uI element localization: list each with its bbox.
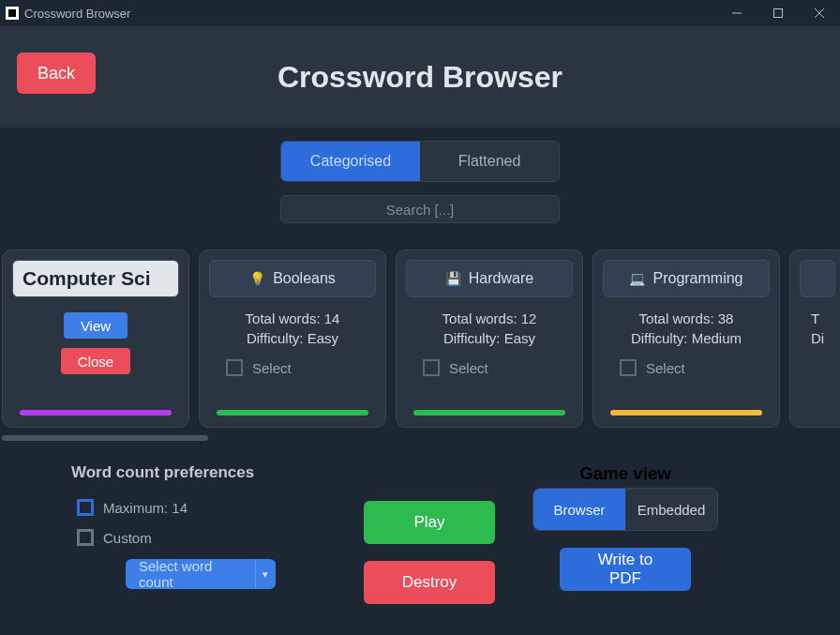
radio-maximum-label: Maximum: 14 [103,500,188,516]
window-minimize-button[interactable] [716,0,758,26]
card-difficulty: Difficulty: Easy [443,330,535,346]
category-title: Computer Sci [12,260,179,297]
crossword-card: T Di [789,249,840,428]
view-mode-tabs: Categorised Flattened [280,141,560,182]
card-title: Booleans [273,270,336,287]
category-bar [20,410,172,416]
tab-embedded[interactable]: Embedded [625,489,717,530]
prefs-heading: Word count preferences [71,463,326,482]
category-close-button[interactable]: Close [61,348,130,374]
window-maximize-button[interactable] [758,0,799,26]
radio-maximum[interactable] [77,499,94,516]
difficulty-bar [413,410,565,416]
app-icon [6,7,19,20]
radio-custom-label: Custom [103,530,152,546]
card-difficulty: Difficulty: Medium [631,330,742,346]
tab-categorised[interactable]: Categorised [281,142,420,181]
difficulty-bar [217,410,368,416]
horizontal-scrollbar[interactable] [2,435,208,441]
destroy-button[interactable]: Destroy [364,561,495,604]
play-button[interactable]: Play [364,501,495,544]
card-total-words: Total words: 12 [442,310,537,326]
radio-custom[interactable] [77,529,94,546]
page-title: Crossword Browser [0,60,840,95]
search-input[interactable] [280,195,560,223]
word-count-preferences: Word count preferences Maximum: 14 Custo… [45,463,326,604]
category-card: Computer Sci View Close [2,249,189,428]
select-checkbox[interactable] [226,359,243,376]
select-label: Select [252,360,292,376]
card-difficulty: Di [811,330,824,346]
write-pdf-button[interactable]: Write to PDF [560,548,691,591]
bulb-icon: 💡 [249,271,265,286]
window-title: Crossword Browser [24,7,130,21]
tab-flattened[interactable]: Flattened [420,142,559,181]
game-view-section: Game view Browser Embedded Write to PDF [532,463,718,604]
select-label: Select [646,360,685,376]
crossword-card: 💡 Booleans Total words: 14 Difficulty: E… [199,249,386,428]
difficulty-bar [610,410,762,416]
card-total-words: Total words: 38 [639,310,734,326]
crossword-card: 💾 Hardware Total words: 12 Difficulty: E… [396,249,583,428]
window-close-button[interactable] [799,0,840,26]
back-button[interactable]: Back [17,53,96,94]
card-total-words: Total words: 14 [246,310,340,326]
window-titlebar: Crossword Browser [0,0,840,26]
select-label: Select [449,360,488,376]
laptop-icon: 💻 [629,271,645,286]
card-total-words: T [811,310,819,326]
word-count-select[interactable]: Select word count ▾ [126,559,276,589]
card-title: Hardware [469,270,533,287]
tab-browser[interactable]: Browser [533,489,625,530]
chevron-down-icon: ▾ [255,559,276,589]
svg-rect-1 [774,9,783,18]
crossword-card: 💻 Programming Total words: 38 Difficulty… [592,249,780,428]
game-view-tabs: Browser Embedded [532,488,718,531]
category-view-button[interactable]: View [64,312,128,339]
select-checkbox[interactable] [423,359,440,376]
page-header: Back Crossword Browser [0,26,840,128]
card-title: Programming [652,270,742,287]
save-icon: 💾 [445,271,461,286]
game-view-heading: Game view [579,463,671,484]
crossword-strip[interactable]: Computer Sci View Close 💡 Booleans Total… [0,249,840,428]
word-count-select-label: Select word count [126,558,255,590]
card-difficulty: Difficulty: Easy [247,330,338,346]
select-checkbox[interactable] [620,359,637,376]
